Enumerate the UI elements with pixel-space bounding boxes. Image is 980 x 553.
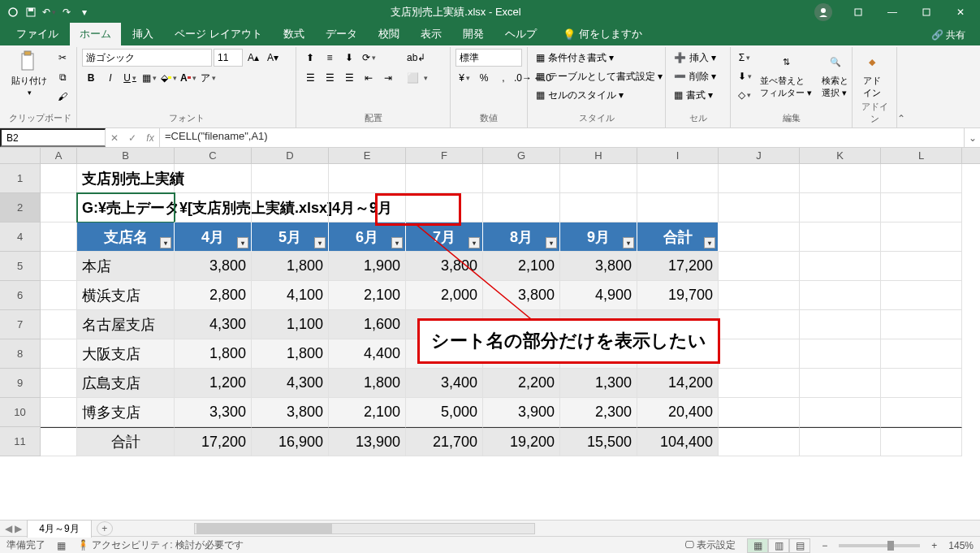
cell[interactable] (881, 252, 962, 281)
font-size-select[interactable] (214, 49, 243, 67)
insert-cells-button[interactable]: ➕ 挿入 ▾ (671, 49, 719, 67)
cell[interactable] (483, 339, 560, 369)
accounting-format-icon[interactable]: ¥ (455, 69, 473, 87)
filter-button[interactable]: ▾ (623, 237, 634, 248)
cell[interactable] (881, 281, 962, 310)
cell[interactable]: 3,400 (406, 369, 483, 398)
wrap-text-button[interactable]: ab↲ (404, 49, 431, 67)
cell[interactable]: 1,900 (329, 252, 406, 281)
tab-home[interactable]: ホーム (70, 23, 121, 45)
redo-icon[interactable]: ↷ (60, 6, 73, 19)
row-header[interactable]: 10 (0, 398, 41, 427)
cell[interactable]: 3,800 (560, 252, 637, 281)
cell[interactable]: 4,900 (560, 281, 637, 310)
undo-icon[interactable]: ↶ (42, 6, 55, 19)
cell[interactable] (719, 339, 800, 369)
row-header[interactable]: 4 (0, 222, 41, 252)
cell[interactable] (41, 310, 77, 339)
qat-customize-icon[interactable]: ▾ (78, 6, 91, 19)
border-button[interactable]: ▦ (140, 69, 158, 87)
cell[interactable] (719, 222, 800, 252)
row-header[interactable]: 6 (0, 281, 41, 310)
addin-button[interactable]: ◆アド イン (857, 49, 887, 101)
column-header[interactable]: K (800, 148, 881, 163)
add-sheet-button[interactable]: + (97, 521, 113, 536)
cell[interactable]: 1,100 (252, 310, 329, 339)
tab-formulas[interactable]: 数式 (274, 23, 314, 45)
cell[interactable] (41, 339, 77, 369)
cell[interactable] (41, 281, 77, 310)
minimize-button[interactable]: — (876, 1, 909, 24)
cell[interactable] (800, 252, 881, 281)
column-header[interactable]: J (719, 148, 800, 163)
copy-icon[interactable]: ⧉ (54, 68, 71, 86)
find-select-button[interactable]: 🔍検索と 選択 ▾ (818, 49, 852, 101)
cell[interactable] (800, 310, 881, 339)
cell[interactable]: 4月▾ (175, 222, 252, 252)
cell[interactable] (637, 310, 719, 339)
column-header[interactable]: E (329, 148, 406, 163)
filter-button[interactable]: ▾ (314, 237, 326, 248)
name-box[interactable] (0, 128, 106, 147)
cell[interactable]: 広島支店 (77, 369, 175, 398)
cell[interactable]: 4,100 (252, 281, 329, 310)
status-accessibility[interactable]: 🧍 アクセシビリティ: 検討が必要です (77, 538, 244, 552)
cell[interactable] (881, 369, 962, 398)
indent-increase-icon[interactable]: ⇥ (379, 69, 397, 87)
horizontal-scrollbar[interactable] (194, 523, 535, 534)
cell[interactable] (719, 427, 800, 456)
cell[interactable]: 3,900 (483, 398, 560, 427)
zoom-out-button[interactable]: − (822, 540, 827, 551)
filter-button[interactable]: ▾ (546, 237, 557, 248)
tab-review[interactable]: 校閲 (369, 23, 409, 45)
cell[interactable]: 博多支店 (77, 398, 175, 427)
cell[interactable]: 2,000 (406, 281, 483, 310)
sheet-tab[interactable]: 4月～9月 (27, 520, 91, 538)
cell[interactable] (406, 164, 483, 193)
formula-input[interactable]: =CELL("filename",A1) (160, 128, 964, 147)
cell[interactable] (406, 310, 483, 339)
cell[interactable]: 横浜支店 (77, 281, 175, 310)
cell[interactable] (41, 252, 77, 281)
sort-filter-button[interactable]: ⇅並べ替えと フィルター ▾ (757, 49, 815, 101)
cell[interactable] (637, 193, 719, 222)
cell[interactable] (881, 310, 962, 339)
cell[interactable] (483, 310, 560, 339)
cell[interactable] (175, 193, 252, 222)
close-button[interactable]: ✕ (944, 1, 977, 24)
format-cells-button[interactable]: ▦ 書式 ▾ (671, 86, 716, 104)
cell[interactable]: 19,200 (483, 427, 560, 456)
cell[interactable]: 1,800 (252, 339, 329, 369)
filter-button[interactable]: ▾ (468, 237, 480, 248)
align-center-icon[interactable]: ☰ (321, 69, 339, 87)
cell[interactable] (41, 427, 77, 456)
cell[interactable] (881, 398, 962, 427)
cell[interactable]: 4,400 (329, 339, 406, 369)
cell[interactable] (406, 339, 483, 369)
cell[interactable]: 8月▾ (483, 222, 560, 252)
align-bottom-icon[interactable]: ⬇ (340, 49, 358, 67)
fill-color-button[interactable]: ⬙ (160, 69, 178, 87)
align-middle-icon[interactable]: ≡ (321, 49, 339, 67)
delete-cells-button[interactable]: ➖ 削除 ▾ (671, 67, 719, 85)
cells-area[interactable]: 支店別売上実績G:¥売上データ¥[支店別売上実績.xlsx]4月～9月支店名▾4… (41, 164, 980, 456)
underline-button[interactable]: U (121, 69, 139, 87)
cell[interactable] (406, 193, 483, 222)
tab-data[interactable]: データ (316, 23, 367, 45)
tab-file[interactable]: ファイル (6, 23, 68, 45)
share-button[interactable]: 🔗 共有 (925, 25, 972, 45)
sheet-nav[interactable]: ◀ ▶ (0, 523, 27, 534)
row-header[interactable]: 8 (0, 339, 41, 369)
column-header[interactable]: A (41, 148, 77, 163)
row-header[interactable]: 9 (0, 369, 41, 398)
cell[interactable] (719, 281, 800, 310)
cell[interactable] (719, 193, 800, 222)
cell[interactable]: 1,600 (329, 310, 406, 339)
cell[interactable] (41, 193, 77, 222)
row-header[interactable]: 7 (0, 310, 41, 339)
display-settings[interactable]: 🖵 表示設定 (684, 538, 736, 552)
expand-formula-bar-icon[interactable]: ⌄ (964, 128, 980, 147)
cell[interactable] (560, 339, 637, 369)
cell[interactable] (881, 339, 962, 369)
cell[interactable]: 1,800 (175, 339, 252, 369)
